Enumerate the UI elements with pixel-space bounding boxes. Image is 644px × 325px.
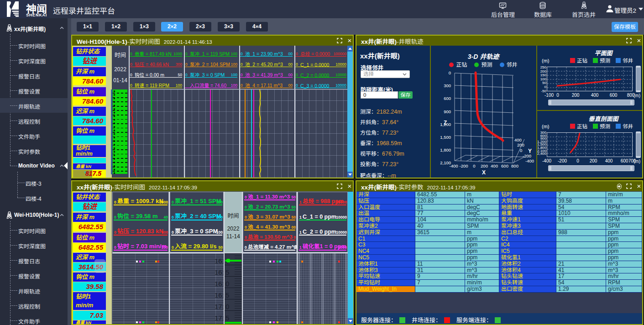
svg-text:1,500: 1,500 <box>440 135 451 140</box>
svg-text:1,800: 1,800 <box>440 147 451 152</box>
svg-text:600: 600 <box>501 163 508 168</box>
svg-text:400: 400 <box>514 137 522 142</box>
svg-text:Z: Z <box>444 120 447 126</box>
svg-text:0: 0 <box>449 70 451 75</box>
svg-text:200: 200 <box>481 163 488 168</box>
svg-text:800: 800 <box>511 163 518 168</box>
svg-text:0: 0 <box>473 163 475 168</box>
svg-text:0: 0 <box>520 148 522 153</box>
svg-text:400: 400 <box>491 163 498 168</box>
svg-text:600: 600 <box>444 96 451 101</box>
svg-text:300: 300 <box>444 83 451 88</box>
svg-text:Y: Y <box>528 148 532 154</box>
svg-text:X: X <box>482 169 486 176</box>
svg-text:-200: -200 <box>459 163 468 168</box>
svg-text:200: 200 <box>517 142 524 147</box>
svg-text:-400: -400 <box>449 163 458 168</box>
svg-text:900: 900 <box>444 109 451 114</box>
svg-text:-400: -400 <box>525 158 534 163</box>
